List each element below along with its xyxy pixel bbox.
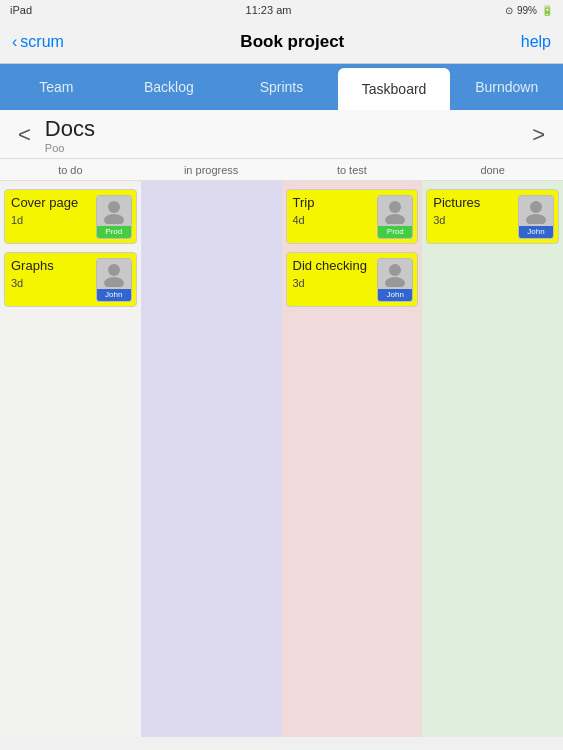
column-headers: to do in progress to test done [0, 159, 563, 181]
back-label: scrum [20, 33, 64, 51]
story-title: Docs [45, 116, 518, 142]
card-did-checking-title: Did checking [293, 258, 378, 275]
svg-point-1 [104, 214, 124, 224]
avatar-label-prod-1: Prod [97, 226, 131, 238]
card-cover-page-info: Cover page 1d [11, 195, 96, 226]
status-bar: iPad 11:23 am ⊙ 99% 🔋 [0, 0, 563, 20]
svg-point-3 [104, 277, 124, 287]
avatar-pic [518, 196, 554, 226]
svg-point-4 [389, 201, 401, 213]
tab-taskboard-label: Taskboard [362, 81, 427, 97]
card-pictures-title: Pictures [433, 195, 518, 212]
card-trip[interactable]: Trip 4d Prod [286, 189, 419, 244]
story-subtitle: Poo [45, 142, 518, 154]
card-cover-page-title: Cover page [11, 195, 96, 212]
next-story-button[interactable]: > [526, 122, 551, 148]
svg-point-9 [526, 214, 546, 224]
battery-label: 99% [517, 5, 537, 16]
card-graphs-avatar: John [96, 258, 132, 302]
tab-burndown-label: Burndown [475, 79, 538, 95]
battery-status: ⊙ 99% 🔋 [505, 5, 553, 16]
card-pictures-info: Pictures 3d [433, 195, 518, 226]
card-trip-title: Trip [293, 195, 378, 212]
svg-point-8 [530, 201, 542, 213]
tab-team[interactable]: Team [0, 64, 113, 110]
card-graphs-info: Graphs 3d [11, 258, 96, 289]
help-button[interactable]: help [521, 33, 551, 51]
tab-backlog[interactable]: Backlog [113, 64, 226, 110]
card-trip-avatar: Prod [377, 195, 413, 239]
card-did-checking-avatar: John [377, 258, 413, 302]
nav-title: Book project [240, 32, 344, 52]
svg-point-2 [108, 264, 120, 276]
col-totest: Trip 4d Prod Did checking 3d [282, 181, 423, 737]
card-graphs-days: 3d [11, 277, 96, 289]
back-chevron-icon: ‹ [12, 33, 17, 51]
svg-point-7 [385, 277, 405, 287]
story-info: Docs Poo [37, 116, 526, 154]
card-cover-page-avatar: Prod [96, 195, 132, 239]
nav-bar: ‹ scrum Book project help [0, 20, 563, 64]
avatar-label-john-2: John [378, 289, 412, 301]
card-cover-page[interactable]: Cover page 1d Prod [4, 189, 137, 244]
col-header-totest: to test [282, 159, 423, 180]
card-did-checking-info: Did checking 3d [293, 258, 378, 289]
tab-taskboard[interactable]: Taskboard [338, 68, 451, 110]
avatar-label-john-1: John [97, 289, 131, 301]
tab-backlog-label: Backlog [144, 79, 194, 95]
tab-bar: Team Backlog Sprints Taskboard Burndown [0, 64, 563, 110]
card-graphs[interactable]: Graphs 3d John [4, 252, 137, 307]
svg-point-0 [108, 201, 120, 213]
avatar-pic [377, 259, 413, 289]
tab-team-label: Team [39, 79, 73, 95]
col-todo: Cover page 1d Prod Graphs 3d [0, 181, 141, 737]
col-inprogress [141, 181, 282, 737]
col-done: Pictures 3d John [422, 181, 563, 737]
prev-story-button[interactable]: < [12, 122, 37, 148]
taskboard: Cover page 1d Prod Graphs 3d [0, 181, 563, 737]
card-cover-page-days: 1d [11, 214, 96, 226]
avatar-label-prod-2: Prod [378, 226, 412, 238]
card-trip-info: Trip 4d [293, 195, 378, 226]
card-pictures[interactable]: Pictures 3d John [426, 189, 559, 244]
card-trip-days: 4d [293, 214, 378, 226]
wifi-icon: ⊙ [505, 5, 513, 16]
card-did-checking-days: 3d [293, 277, 378, 289]
time-label: 11:23 am [246, 4, 292, 16]
tab-burndown[interactable]: Burndown [450, 64, 563, 110]
card-did-checking[interactable]: Did checking 3d John [286, 252, 419, 307]
avatar-label-john-3: John [519, 226, 553, 238]
card-graphs-title: Graphs [11, 258, 96, 275]
card-pictures-days: 3d [433, 214, 518, 226]
col-header-inprogress: in progress [141, 159, 282, 180]
col-header-todo: to do [0, 159, 141, 180]
col-header-done: done [422, 159, 563, 180]
avatar-pic [96, 196, 132, 226]
avatar-pic [377, 196, 413, 226]
avatar-pic [96, 259, 132, 289]
story-header: < Docs Poo > [0, 110, 563, 159]
back-button[interactable]: ‹ scrum [12, 33, 64, 51]
device-label: iPad [10, 4, 32, 16]
card-pictures-avatar: John [518, 195, 554, 239]
svg-point-5 [385, 214, 405, 224]
tab-sprints-label: Sprints [260, 79, 304, 95]
svg-point-6 [389, 264, 401, 276]
battery-icon: 🔋 [541, 5, 553, 16]
tab-sprints[interactable]: Sprints [225, 64, 338, 110]
